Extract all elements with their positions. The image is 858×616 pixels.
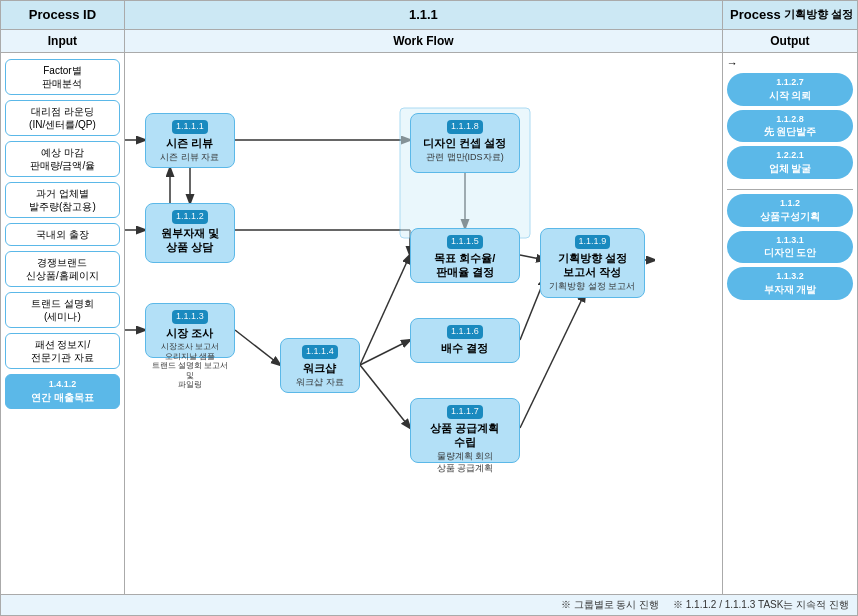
process-1111: 1.1.1.1 시즌 리뷰 시즌 리뷰 자료: [145, 113, 235, 168]
subheader-input: Input: [1, 29, 125, 52]
header-title: 기획방향 설정: [784, 7, 853, 22]
subheader-workflow: Work Flow: [124, 29, 722, 52]
input-dealer: 대리점 라운딩(IN/센터를/QP): [5, 100, 120, 136]
input-forecast: 예상 마감판매량/금액/율: [5, 141, 120, 177]
workflow-column: 1.1.1.1 시즌 리뷰 시즌 리뷰 자료 1.1.1.2 원부자재 및상품 …: [124, 53, 722, 595]
input-past: 과거 업체별발주량(참고용): [5, 182, 120, 218]
header-process-id: Process ID: [1, 1, 125, 30]
process-1114: 1.1.1.4 워크샵 워크샵 자료: [280, 338, 360, 393]
process-1112: 1.1.1.2 원부자재 및상품 상담: [145, 203, 235, 263]
output-1131: 1.1.3.1 디자인 도안: [727, 231, 853, 264]
output-arrow-1: →: [727, 57, 853, 69]
footer-note-1: ※ 그룹별로 동시 진행: [561, 599, 659, 610]
input-factor: Factor별판매분석: [5, 59, 120, 95]
input-brand: 경쟁브랜드신상품/홈페이지: [5, 251, 120, 287]
process-1119: 1.1.1.9 기획방향 설정보고서 작성 기획방향 설정 보고서: [540, 228, 645, 298]
subheader-output: Output: [722, 29, 857, 52]
svg-line-10: [360, 340, 410, 365]
output-1127: 1.1.2.7 시작 의뢰: [727, 73, 853, 106]
output-1221: 1.2.2.1 업체 발굴: [727, 146, 853, 179]
input-travel: 국내외 출장: [5, 223, 120, 246]
process-1115: 1.1.1.5 목표 회수율/판매율 결정: [410, 228, 520, 283]
output-1132: 1.1.3.2 부자재 개발: [727, 267, 853, 300]
header-process-label: Process: [730, 7, 781, 22]
process-1117: 1.1.1.7 상품 공급계획수립 물량계획 회의상품 공급계획: [410, 398, 520, 463]
footer-note-2: ※ 1.1.1.2 / 1.1.1.3 TASK는 지속적 진행: [673, 599, 849, 610]
svg-line-9: [360, 255, 410, 365]
process-1113: 1.1.1.3 시장 조사 시장조사 보고서오리지날 샘플트랜드 설명회 보고서…: [145, 303, 235, 358]
input-annual: 1.4.1.2 연간 매출목표: [5, 374, 120, 409]
svg-line-15: [520, 293, 585, 428]
output-1128: 1.1.2.8 先 원단발주: [727, 110, 853, 143]
footer: ※ 그룹별로 동시 진행 ※ 1.1.1.2 / 1.1.1.3 TASK는 지…: [1, 594, 858, 615]
input-trend: 트랜드 설명회(세미나): [5, 292, 120, 328]
input-column: Factor별판매분석 대리점 라운딩(IN/센터를/QP) 예상 마감판매량/…: [1, 53, 125, 595]
header-process: Process 기획방향 설정: [722, 1, 857, 30]
svg-line-11: [360, 365, 410, 428]
workflow-container: 1.1.1.1 시즌 리뷰 시즌 리뷰 자료 1.1.1.2 원부자재 및상품 …: [125, 53, 655, 583]
output-112: 1.1.2 상품구성기획: [727, 194, 853, 227]
input-fashion: 패션 정보지/전문기관 자료: [5, 333, 120, 369]
output-column: → 1.1.2.7 시작 의뢰 1.1.2.8 先 원단발주 1.2.2.1 업…: [722, 53, 857, 595]
process-1116: 1.1.1.6 배수 결정: [410, 318, 520, 363]
main-table: Process ID 1.1.1 Process 기획방향 설정 Input W…: [0, 0, 858, 616]
process-1118: 1.1.1.8 디자인 컨셉 설정 관련 맵만(IDS자료): [410, 113, 520, 173]
header-version: 1.1.1: [124, 1, 722, 30]
svg-line-8: [235, 330, 280, 365]
output-divider: [727, 189, 853, 190]
